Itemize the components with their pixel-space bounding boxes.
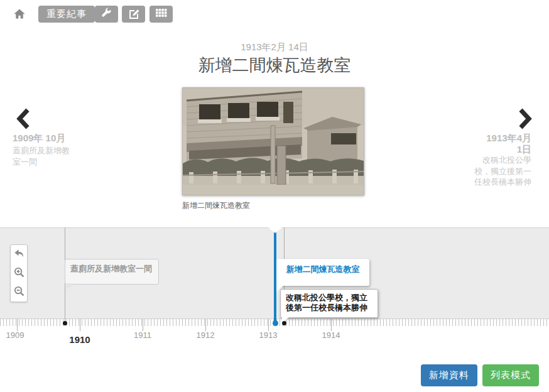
- next-slide-chevron-icon[interactable]: [518, 108, 532, 132]
- active-event-dot[interactable]: [273, 320, 278, 326]
- event-dot[interactable]: [63, 321, 67, 325]
- timeline-flag-past-event[interactable]: 蓋廁所及新增教室一間: [65, 259, 159, 285]
- grid-view-button[interactable]: [149, 6, 173, 23]
- important-events-button[interactable]: 重要紀事: [38, 6, 95, 23]
- slide-title: 新增二間煉瓦造教室: [0, 54, 549, 77]
- axis-year-label: 1909: [0, 330, 34, 340]
- flag-label: 新增二間煉瓦造教室: [286, 264, 360, 274]
- axis-year-label: 1912: [187, 330, 224, 340]
- year-tick: [80, 319, 80, 331]
- prev-slide-summary[interactable]: 蓋廁所及新增教室一間: [13, 145, 72, 167]
- year-tick: [268, 319, 269, 331]
- axis-year-label: 1913: [249, 330, 287, 340]
- timeline-app: 重要紀事: [0, 0, 549, 392]
- edit-button[interactable]: [122, 6, 145, 23]
- prev-slide-date[interactable]: 1909年 10月: [13, 133, 82, 144]
- zoom-in-icon: [13, 266, 25, 281]
- year-tick: [331, 319, 332, 331]
- list-mode-button[interactable]: 列表模式: [482, 364, 539, 386]
- flag-tail: [67, 283, 74, 290]
- timeline-back-button[interactable]: [11, 245, 27, 264]
- home-icon[interactable]: [13, 8, 26, 20]
- year-tick: [205, 319, 206, 331]
- axis-year-label: 1914: [312, 330, 350, 340]
- undo-arrow-icon: [13, 248, 25, 262]
- axis-year-label-emphasized: 1910: [61, 334, 99, 345]
- timeline-zoom-in-button[interactable]: [11, 264, 27, 283]
- bottom-action-bar: 新增資料 列表模式: [421, 364, 539, 386]
- top-toolbar: 重要紀事: [0, 0, 549, 29]
- axis-year-label: 1911: [124, 330, 161, 340]
- photo-caption: 新增二間煉瓦造教室: [182, 200, 250, 211]
- timeline-zoom-out-button[interactable]: [11, 283, 27, 302]
- slide-photo: [182, 87, 364, 195]
- grid-icon: [155, 8, 168, 20]
- flag-label: 改稱北投公學校，獨立後第一任校長橋本勝伸: [286, 293, 367, 312]
- slide-date: 1913年2月 14日: [0, 41, 549, 53]
- active-slide-notch: [268, 227, 282, 233]
- active-event-marker-line: [274, 227, 276, 323]
- timeline-flag-active-event[interactable]: 新增二間煉瓦造教室: [276, 259, 369, 286]
- zoom-out-icon: [13, 285, 25, 300]
- prev-slide-chevron-icon[interactable]: [16, 108, 30, 132]
- next-slide-date[interactable]: 1913年4月 1日: [482, 133, 531, 155]
- timeline-flag-next-event[interactable]: 改稱北投公學校，獨立後第一任校長橋本勝伸: [280, 289, 378, 318]
- next-slide-summary[interactable]: 改稱北投公學校，獨立後第一任校長橋本勝伸: [474, 155, 531, 188]
- edit-icon: [128, 7, 140, 21]
- flag-label: 蓋廁所及新增教室一間: [70, 264, 152, 273]
- wrench-icon: [101, 7, 113, 21]
- event-dot[interactable]: [282, 321, 286, 325]
- flag-tail: [276, 285, 284, 291]
- year-tick: [143, 319, 143, 331]
- settings-button[interactable]: [95, 6, 118, 23]
- add-data-button[interactable]: 新增資料: [421, 364, 477, 386]
- year-tick: [17, 319, 18, 331]
- timeline-controls: [10, 244, 28, 302]
